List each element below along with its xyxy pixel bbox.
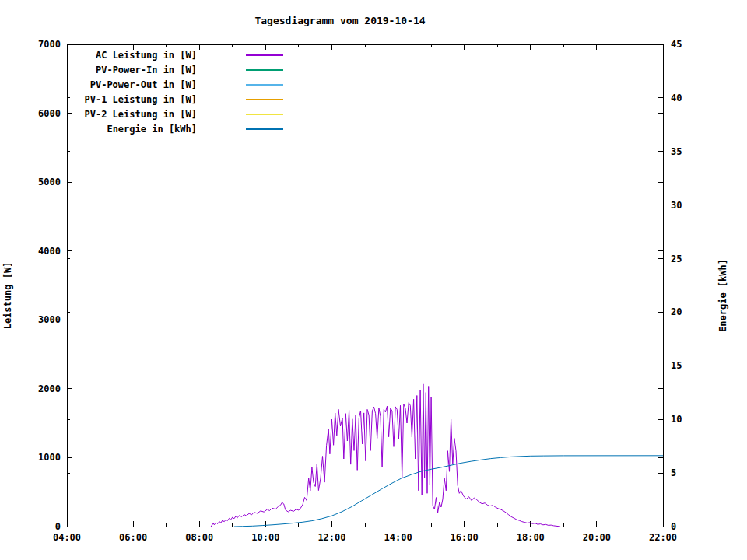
legend-label-ac-leistung: AC Leistung in [W] — [96, 50, 197, 61]
series-line-energie — [234, 456, 663, 527]
y2-tick-label: 10 — [671, 414, 682, 425]
y-tick-label: 7000 — [38, 39, 61, 50]
legend-label-pv-power-in: PV-Power-In in [W] — [96, 65, 197, 75]
x-tick-label: 14:00 — [384, 532, 412, 543]
y2-tick-label: 0 — [671, 521, 676, 532]
x-tick-label: 20:00 — [583, 532, 611, 543]
x-tick-label: 22:00 — [649, 532, 677, 543]
y2-axis-label: Energie [kWh] — [717, 259, 728, 332]
x-tick-label: 06:00 — [119, 532, 147, 543]
chart-title: Tagesdiagramm vom 2019-10-14 — [254, 15, 425, 26]
y2-tick-label: 45 — [671, 39, 682, 50]
y-tick-label: 3000 — [38, 314, 61, 325]
y2-tick-label: 25 — [671, 254, 682, 264]
y-tick-label: 2000 — [38, 383, 61, 394]
plot-svg: Tagesdiagramm vom 2019-10-14 Leistung [W… — [0, 0, 747, 560]
y-tick-label: 4000 — [38, 246, 61, 257]
y-tick-label: 6000 — [38, 108, 61, 119]
x-tick-label: 04:00 — [53, 532, 81, 543]
y-tick-label: 0 — [55, 521, 61, 532]
legend-label-pv1-leistung: PV-1 Leistung in [W] — [85, 94, 198, 105]
x-tick-label: 08:00 — [185, 532, 213, 543]
legend-label-pv-power-out: PV-Power-Out in [W] — [90, 79, 197, 90]
y2-tick-label: 5 — [671, 467, 676, 478]
y2-tick-label: 40 — [671, 93, 682, 103]
x-tick-label: 10:00 — [251, 532, 279, 543]
legend: AC Leistung in [W]PV-Power-In in [W]PV-P… — [85, 50, 284, 135]
y2-tick-label: 35 — [671, 146, 682, 157]
y-axis-label: Leistung [W] — [2, 262, 13, 330]
legend-label-energie: Energie in [kWh] — [107, 124, 197, 135]
y2-tick-label: 30 — [671, 200, 682, 211]
y2-tick-label: 15 — [671, 360, 682, 371]
x-tick-label: 18:00 — [517, 532, 545, 543]
chart-canvas: Tagesdiagramm vom 2019-10-14 Leistung [W… — [0, 0, 747, 560]
y-tick-label: 1000 — [38, 452, 61, 463]
y2-tick-label: 20 — [671, 306, 682, 317]
legend-label-pv2-leistung: PV-2 Leistung in [W] — [85, 109, 198, 120]
series-line-ac-leistung — [211, 384, 560, 527]
x-tick-label: 16:00 — [451, 532, 479, 543]
y-tick-label: 5000 — [38, 177, 61, 187]
x-tick-label: 12:00 — [317, 532, 345, 543]
